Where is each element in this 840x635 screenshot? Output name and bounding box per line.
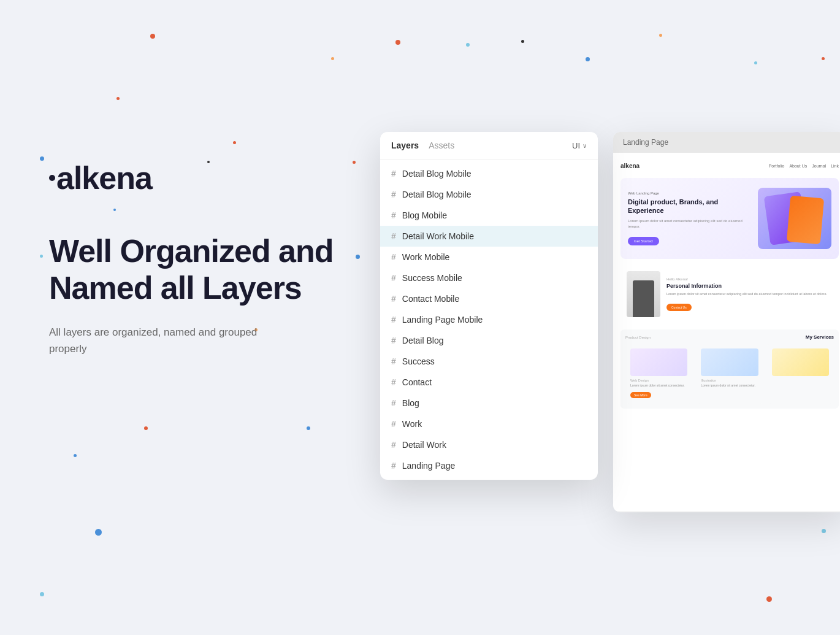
preview-service-img-3 [772,348,829,376]
layer-item-14[interactable]: #Detail Work [380,434,598,455]
layer-name: Work Mobile [402,252,450,262]
preview-services-header: Product Design My Services [625,334,834,340]
layer-item-1[interactable]: #Detail Blog Mobile [380,163,598,184]
layer-item-6[interactable]: #Success Mobile [380,267,598,288]
preview-nav-link-2: About Us [789,164,807,168]
layer-item-15[interactable]: #Landing Page [380,455,598,476]
preview-services-section: Product Design My Services Web Design Lo… [620,329,839,409]
dot-6 [659,34,662,37]
layer-name: Detail Work [402,440,446,450]
dot-16 [144,426,148,430]
layer-name: Detail Blog Mobile [402,190,472,199]
preview-panel-header: Landing Page [613,132,840,153]
dot-4 [521,40,524,43]
preview-hero-title: Digital product, Brands, and Experience [628,198,752,215]
dot-20 [40,592,44,596]
preview-service-card-2: Illustration Lorem ipsum dolor sit amet … [696,344,763,404]
preview-service-label: Product Design [625,336,651,339]
hash-icon: # [391,294,396,304]
left-content: alkena Well Organized and Named all Laye… [49,160,356,357]
preview-content: alkena Portfolio About Us Journal Link W… [613,153,840,511]
preview-service-1-desc: Lorem ipsum dolor sit amet consectetur. [630,383,687,388]
layer-name: Detail Work Mobile [402,231,474,241]
tab-layers[interactable]: Layers [391,140,419,150]
preview-service-card-3 [767,344,834,404]
preview-service-1-btn[interactable]: See More [630,392,651,398]
dot-18 [307,426,310,430]
layers-tabs: Layers Assets [391,140,454,150]
preview-section-btn[interactable]: Contact Us [666,304,692,311]
layer-name: Detail Blog Mobile [402,169,472,179]
layer-item-8[interactable]: #Landing Page Mobile [380,309,598,330]
preview-nav: alkena Portfolio About Us Journal Link [620,160,839,172]
preview-website: alkena Portfolio About Us Journal Link W… [613,153,840,416]
preview-nav-link-3: Journal [812,164,826,168]
dot-11 [116,97,120,100]
dot-7 [754,61,757,64]
preview-hero-image [758,188,831,249]
layer-item-13[interactable]: #Work [380,414,598,434]
preview-hero: Web Landing Page Digital product, Brands… [620,178,839,259]
layer-name: Blog Mobile [402,210,447,220]
preview-nav-link-1: Portfolio [769,164,785,168]
hash-icon: # [391,315,396,325]
preview-person-image [627,271,660,317]
dot-19 [95,529,102,536]
hash-icon: # [391,231,396,241]
preview-hero-btn[interactable]: Get Started [628,237,659,245]
ui-badge[interactable]: UI ∨ [572,141,587,150]
layer-name: Detail Blog [402,336,444,345]
hash-icon: # [391,210,396,220]
hash-icon: # [391,461,396,471]
layer-item-3[interactable]: #Blog Mobile [380,205,598,226]
hash-icon: # [391,377,396,387]
dot-9 [40,156,44,161]
hash-icon: # [391,169,396,179]
dot-8 [822,57,825,60]
subtext: All layers are organized, named and grou… [49,324,282,357]
preview-section-desc: Lorem ipsum dolor sit amet consectetur a… [666,291,833,296]
layers-panel-header: Layers Assets UI ∨ [380,132,598,160]
dot-5 [586,57,590,61]
hash-icon: # [391,190,396,199]
preview-service-1-label: Web Design [630,379,687,382]
layer-item-12[interactable]: #Blog [380,393,598,414]
dot-23 [766,596,772,602]
dot-1 [331,57,334,60]
layer-item-4[interactable]: #Detail Work Mobile [380,226,598,247]
preview-hero-desc: Lorem ipsum dolor sit amet consectetur a… [628,218,752,229]
dot-10 [233,141,236,144]
layer-item-2[interactable]: #Detail Blog Mobile [380,184,598,205]
layer-name: Success Mobile [402,273,462,283]
layer-item-7[interactable]: #Contact Mobile [380,288,598,309]
preview-service-card-1: Web Design Lorem ipsum dolor sit amet co… [625,344,692,404]
preview-hero-text: Web Landing Page Digital product, Brands… [628,191,752,245]
preview-nav-link-4: Link [831,164,839,168]
preview-section-title: Personal Information [666,283,833,289]
dot-2 [395,40,400,45]
hash-icon: # [391,440,396,450]
layer-item-10[interactable]: #Success [380,351,598,372]
preview-nav-logo: alkena [620,163,640,169]
brand-logo: alkena [49,160,356,196]
layer-name: Contact Mobile [402,294,459,304]
hash-icon: # [391,419,396,429]
dot-14 [40,255,43,258]
layer-item-5[interactable]: #Work Mobile [380,247,598,267]
preview-services-grid: Web Design Lorem ipsum dolor sit amet co… [625,344,834,404]
layer-item-11[interactable]: #Contact [380,372,598,393]
tab-assets[interactable]: Assets [429,140,454,150]
hash-icon: # [391,336,396,345]
dot-13 [356,255,360,259]
layers-list: #Detail Blog Mobile#Detail Blog Mobile#B… [380,160,598,480]
logo-dot [49,175,55,181]
layer-item-9[interactable]: #Detail Blog [380,330,598,351]
dot-17 [74,454,77,457]
preview-section-2: Hello Alkena! Personal Information Lorem… [620,265,839,323]
preview-service-2-label: Illustration [701,379,758,382]
preview-panel: Landing Page alkena Portfolio About Us J… [613,132,840,512]
layer-name: Blog [402,398,419,408]
preview-service-img-2 [701,348,758,376]
layer-name: Landing Page Mobile [402,315,483,325]
preview-section-label: Hello Alkena! [666,277,833,281]
